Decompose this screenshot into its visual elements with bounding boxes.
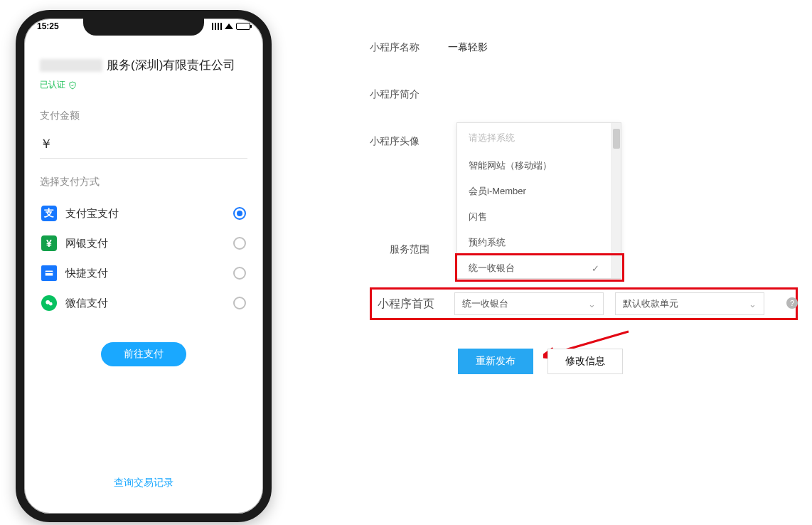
pay-button[interactable]: 前往支付 — [101, 342, 186, 366]
payment-method-wechat[interactable]: 微信支付 — [40, 288, 247, 318]
dropdown-option-cashier-label: 统一收银台 — [469, 262, 515, 275]
check-icon: ✓ — [592, 263, 599, 274]
dropdown-scrollbar[interactable] — [611, 123, 621, 278]
phone-notch — [83, 17, 204, 36]
homepage-unit-select[interactable]: 默认收款单元 ⌄ — [615, 292, 764, 315]
dropdown-option-smartweb[interactable]: 智能网站（移动端） — [457, 153, 611, 179]
wechat-label: 微信支付 — [65, 297, 108, 310]
svg-rect-1 — [46, 272, 53, 273]
amount-label: 支付金额 — [40, 110, 247, 122]
avatar-label: 小程序头像 — [370, 135, 448, 148]
chevron-down-icon: ⌄ — [588, 299, 596, 309]
action-buttons: 重新发布 修改信息 — [458, 349, 623, 374]
chevron-down-icon: ⌄ — [749, 299, 757, 309]
blurred-company-prefix — [40, 59, 102, 72]
dropdown-option-cashier[interactable]: 统一收银台 ✓ — [457, 255, 611, 278]
payment-method-unionpay[interactable]: ¥ 网银支付 — [40, 228, 247, 258]
alipay-icon: 支 — [41, 206, 57, 221]
intro-label: 小程序简介 — [370, 88, 448, 101]
system-dropdown-open[interactable]: 请选择系统 智能网站（移动端） 会员i-Member 闪售 预约系统 统一收银台… — [456, 122, 621, 279]
homepage-system-select[interactable]: 统一收银台 ⌄ — [454, 292, 604, 315]
radio-alipay[interactable] — [233, 207, 246, 220]
company-name-suffix: 服务(深圳)有限责任公司 — [107, 57, 235, 73]
homepage-row: 小程序首页 统一收银台 ⌄ 默认收款单元 ⌄ — [370, 287, 798, 320]
wechat-icon — [41, 295, 57, 311]
radio-wechat[interactable] — [233, 297, 246, 309]
payment-method-quickpay[interactable]: 快捷支付 — [40, 258, 247, 288]
dropdown-option-booking[interactable]: 预约系统 — [457, 230, 611, 255]
unionpay-icon: ¥ — [41, 235, 57, 251]
wifi-icon — [225, 23, 233, 29]
verified-label: 已认证 — [40, 79, 65, 91]
homepage-unit-select-value: 默认收款单元 — [623, 297, 678, 310]
homepage-label: 小程序首页 — [378, 297, 454, 312]
name-value: 一幕轻影 — [448, 41, 488, 54]
scope-label: 服务范围 — [390, 243, 429, 256]
amount-input[interactable]: ￥ — [40, 135, 247, 159]
method-label: 选择支付方式 — [40, 176, 247, 189]
dropdown-placeholder: 请选择系统 — [457, 123, 611, 153]
name-label: 小程序名称 — [370, 41, 448, 54]
radio-unionpay[interactable] — [233, 237, 246, 250]
shield-icon — [68, 80, 77, 90]
dropdown-option-member[interactable]: 会员i-Member — [457, 179, 611, 204]
phone-screen: 服务(深圳)有限责任公司 已认证 支付金额 ￥ 选择支付方式 支 支付宝支付 ¥… — [24, 43, 263, 514]
phone-mockup: 15:25 服务(深圳)有限责任公司 已认证 支付金额 ￥ 选择支付方式 支 支… — [16, 10, 272, 522]
homepage-system-select-value: 统一收银台 — [462, 297, 508, 310]
quickpay-label: 快捷支付 — [65, 267, 108, 280]
svg-point-3 — [49, 302, 53, 306]
dropdown-option-flash[interactable]: 闪售 — [457, 204, 611, 230]
signal-icon — [212, 23, 222, 30]
alipay-label: 支付宝支付 — [65, 207, 119, 221]
scrollbar-thumb[interactable] — [613, 129, 620, 149]
payment-method-alipay[interactable]: 支 支付宝支付 — [40, 198, 247, 228]
help-icon[interactable]: ? — [786, 297, 798, 309]
modify-button[interactable]: 修改信息 — [547, 349, 623, 374]
unionpay-label: 网银支付 — [65, 237, 108, 250]
quickpay-icon — [41, 265, 57, 281]
republish-button[interactable]: 重新发布 — [458, 349, 533, 374]
status-time: 15:25 — [37, 21, 59, 31]
radio-quickpay[interactable] — [233, 267, 246, 280]
battery-icon — [236, 23, 250, 30]
query-transactions-link[interactable]: 查询交易记录 — [24, 477, 263, 489]
